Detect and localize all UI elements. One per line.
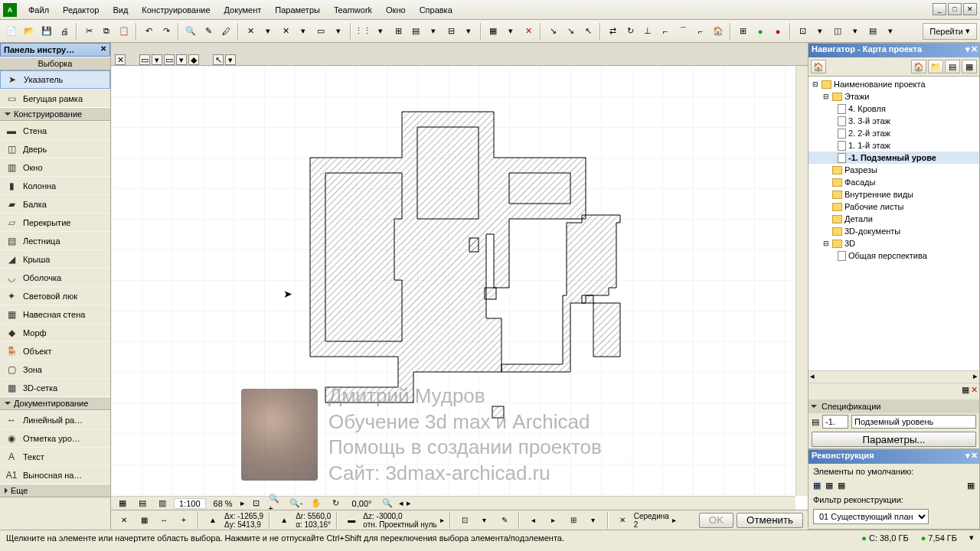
recon-btn-1[interactable]: ▦	[813, 481, 821, 491]
pencil-icon[interactable]: ✎	[200, 23, 217, 40]
project-tree[interactable]: ⊟Наименование проекта ⊟Этажи 4. Кровля 3…	[808, 77, 979, 370]
nav-close-icon[interactable]: ✕	[971, 44, 978, 54]
rotate-icon[interactable]: ↻	[622, 23, 639, 40]
tool-beam[interactable]: ▰Балка	[0, 194, 110, 213]
recon-btn-4[interactable]: ▦	[967, 481, 975, 491]
sb-play[interactable]: ▸	[240, 498, 245, 508]
snap1-icon[interactable]: ✕	[242, 23, 259, 40]
recon-close-icon[interactable]: ✕	[971, 451, 978, 461]
mirror-icon[interactable]: ⇄	[604, 23, 621, 40]
sb-icon-2[interactable]: ▤	[134, 495, 151, 510]
open-icon[interactable]: 📂	[21, 23, 38, 40]
mini-tab-3[interactable]: ◆	[188, 54, 199, 65]
menu-document[interactable]: Документ	[217, 3, 269, 17]
menu-construct[interactable]: Конструирование	[135, 3, 217, 17]
tree-scrollbar[interactable]: ◂▸	[808, 370, 979, 383]
zoomfit-icon[interactable]: ⊡	[248, 495, 265, 510]
cb-i4[interactable]: ▲	[204, 512, 221, 529]
spec-btn-close[interactable]: ✕	[971, 385, 978, 398]
toolbox-section-doc[interactable]: Документирование	[0, 396, 110, 410]
ruler-icon[interactable]: ⊞	[390, 23, 407, 40]
print-icon[interactable]: 🖨	[56, 23, 73, 40]
3d-icon[interactable]: ◫	[829, 23, 846, 40]
tool-curtain[interactable]: ▦Навесная стена	[0, 305, 110, 323]
orbit-icon[interactable]: ↻	[328, 495, 345, 510]
tool-marquee[interactable]: ▭Бегущая рамка	[0, 89, 110, 107]
maximize-button[interactable]: □	[948, 3, 962, 15]
nav-min-icon[interactable]: ▾	[965, 44, 970, 54]
tool-object[interactable]: 🪑Объект	[0, 341, 110, 360]
toolbox-section-select[interactable]: Выборка	[0, 57, 110, 70]
menu-params[interactable]: Параметры	[268, 3, 327, 17]
menu-edit[interactable]: Редактор	[56, 3, 106, 17]
green-icon[interactable]: ●	[752, 23, 769, 40]
close-button[interactable]: ✕	[963, 3, 977, 15]
cb-i7d[interactable]: ▾	[476, 512, 493, 529]
menu-file[interactable]: Файл	[21, 3, 56, 17]
recon-min-icon[interactable]: ▾	[965, 451, 970, 461]
nav-tab-1[interactable]: 🏠	[911, 60, 926, 73]
snap3d-icon[interactable]: ▾	[330, 23, 347, 40]
minimize-button[interactable]: _	[933, 3, 946, 15]
cb-dd[interactable]: ▸	[440, 516, 444, 524]
spec-name-input[interactable]	[851, 415, 976, 429]
listd-icon[interactable]: ▾	[882, 23, 899, 40]
ok-button[interactable]: OK	[699, 513, 733, 528]
sb-icon-3[interactable]: ▥	[154, 495, 171, 510]
sb-next[interactable]: ▸	[407, 498, 411, 508]
zoomout-icon[interactable]: 🔍-	[288, 495, 305, 510]
window-icon[interactable]: ⊡	[794, 23, 811, 40]
toolbox-more[interactable]: Еще	[0, 484, 110, 497]
layersd-icon[interactable]: ▾	[425, 23, 442, 40]
cb-i1[interactable]: ▦	[136, 512, 152, 529]
cb-i7[interactable]: ⊡	[456, 512, 473, 529]
cb-i5[interactable]: ▲	[276, 512, 292, 529]
mini-tab-2[interactable]: ▭	[164, 54, 175, 65]
tool-wall[interactable]: ▬Стена	[0, 121, 110, 139]
spec-btn-1[interactable]: ▦	[962, 385, 969, 398]
goto-button[interactable]: Перейти ▾	[923, 23, 977, 40]
recon-btn-3[interactable]: ▦	[838, 481, 845, 491]
pan-icon[interactable]: ✋	[308, 495, 325, 510]
cut-icon[interactable]: ✂	[80, 23, 97, 40]
paste-icon[interactable]: 📋	[116, 23, 132, 40]
mini-tab-4[interactable]: ↖	[213, 54, 224, 65]
tool-mesh[interactable]: ▦3D-сетка	[0, 378, 110, 396]
spec-id-input[interactable]	[822, 415, 848, 429]
windowd-icon[interactable]: ▾	[812, 23, 828, 40]
tool-skylight[interactable]: ✦Световой люк	[0, 286, 110, 305]
tool-window[interactable]: ▥Окно	[0, 158, 110, 176]
arrow1-icon[interactable]: ↘	[544, 23, 561, 40]
arrow2-icon[interactable]: ↘	[562, 23, 579, 40]
red-icon[interactable]: ●	[769, 23, 786, 40]
save-icon[interactable]: 💾	[38, 23, 55, 40]
nav-tab-home[interactable]: 🏠	[811, 60, 826, 73]
scrollbar-vertical[interactable]	[795, 66, 808, 496]
status-dd[interactable]: ▾	[969, 533, 974, 543]
filter-icon[interactable]: ▦	[485, 23, 501, 40]
compose-icon[interactable]: ⊞	[734, 23, 751, 40]
undo-icon[interactable]: ↶	[140, 23, 157, 40]
mini-tab-1d[interactable]: ▾	[152, 54, 162, 65]
del-icon[interactable]: ✕	[520, 23, 537, 40]
tool-dim[interactable]: ↔Линейный ра…	[0, 410, 110, 429]
sb-icon-1[interactable]: ▦	[114, 495, 131, 510]
zoom-icon[interactable]: 🔍	[182, 23, 199, 40]
cb-i6[interactable]: ▬	[343, 512, 360, 529]
cb-i11[interactable]: ⊞	[565, 512, 582, 529]
snap2d-icon[interactable]: ▾	[295, 23, 312, 40]
copy-icon[interactable]: ⧉	[98, 23, 115, 40]
cb-i9[interactable]: ◂	[525, 512, 542, 529]
sb-prev[interactable]: ◂	[399, 498, 403, 508]
layers-icon[interactable]: ▤	[407, 23, 424, 40]
marker-icon[interactable]: 🖊	[217, 23, 234, 40]
redo-icon[interactable]: ↷	[158, 23, 175, 40]
tool-morph[interactable]: ◆Морф	[0, 323, 110, 341]
tool-pointer[interactable]: ➤Указатель	[0, 70, 110, 89]
menu-view[interactable]: Вид	[106, 3, 135, 17]
scale-box[interactable]: 1:100	[174, 498, 206, 509]
arc-icon[interactable]: ⌒	[675, 23, 691, 40]
menu-help[interactable]: Справка	[413, 3, 459, 17]
toolbox-close-icon[interactable]: ✕	[99, 44, 108, 54]
zoom2-icon[interactable]: 🔍	[379, 495, 396, 510]
